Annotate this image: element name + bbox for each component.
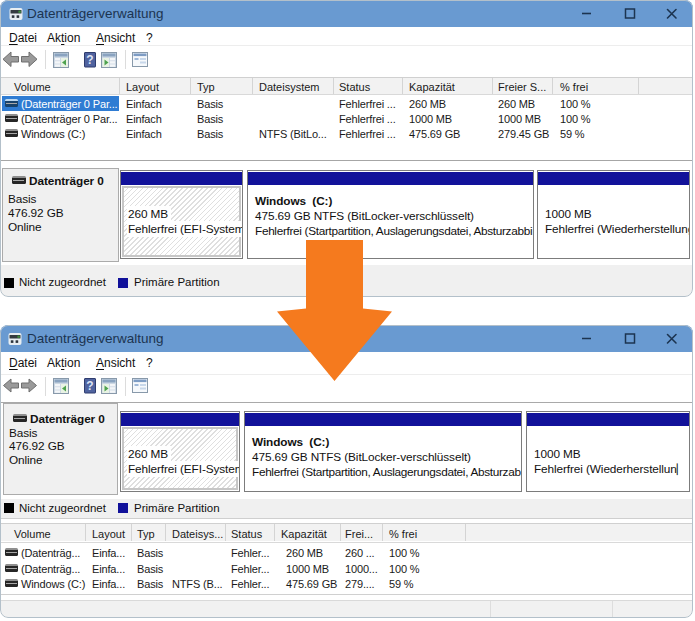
svg-text:?: ? xyxy=(86,53,93,67)
svg-text:?: ? xyxy=(86,379,93,393)
